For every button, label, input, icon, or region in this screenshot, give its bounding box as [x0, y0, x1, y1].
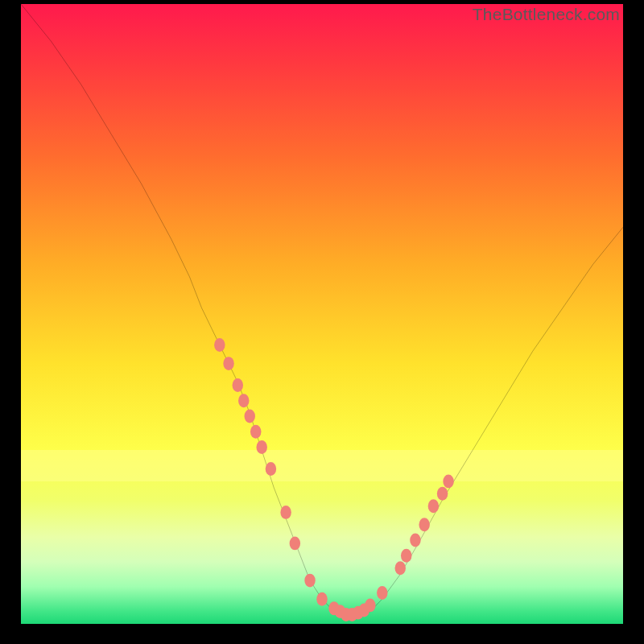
- marker-dot: [214, 338, 225, 352]
- marker-dot: [233, 378, 243, 392]
- marker-dot: [223, 357, 233, 370]
- chart-frame: [21, 4, 623, 624]
- marker-dot: [428, 499, 439, 513]
- watermark-text: TheBottleneck.com: [473, 5, 620, 24]
- marker-dot: [419, 518, 429, 531]
- marker-dot: [266, 462, 276, 476]
- marker-dot: [280, 506, 291, 519]
- marker-dot: [437, 487, 448, 501]
- marker-dot: [245, 410, 255, 423]
- chart-svg: [21, 4, 623, 624]
- marker-dot: [304, 574, 315, 588]
- marker-dot: [316, 592, 327, 606]
- marker-dot: [377, 586, 387, 600]
- curve-line: [21, 4, 623, 617]
- marker-dot: [250, 425, 261, 439]
- marker-dot: [290, 536, 300, 550]
- marker-dot: [238, 394, 249, 407]
- marker-dot: [443, 474, 453, 488]
- marker-dot: [256, 440, 266, 454]
- marker-dot: [410, 534, 420, 547]
- marker-dot: [395, 561, 406, 575]
- marker-dot: [365, 598, 375, 612]
- curve-markers: [214, 338, 454, 621]
- marker-dot: [401, 549, 411, 563]
